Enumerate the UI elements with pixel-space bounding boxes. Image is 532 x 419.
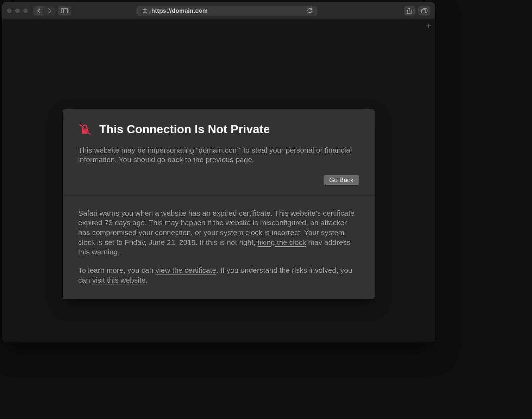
viewport: This Connection Is Not Private This webs… <box>2 20 435 343</box>
forward-button[interactable] <box>44 6 55 16</box>
insecure-lock-icon <box>78 123 92 136</box>
learn-text-post: . <box>145 276 148 284</box>
warning-title: This Connection Is Not Private <box>99 123 270 136</box>
chevron-right-icon <box>48 8 51 14</box>
browser-window: https://domain.com <box>2 2 435 343</box>
minimize-window-button[interactable] <box>15 8 20 13</box>
plus-icon <box>426 23 431 28</box>
toolbar: https://domain.com <box>2 2 435 20</box>
share-icon <box>407 8 412 14</box>
site-insecure-icon <box>142 8 148 14</box>
tabs-icon <box>421 8 427 13</box>
share-button[interactable] <box>404 6 415 16</box>
fix-clock-link[interactable]: fixing the clock <box>258 238 306 246</box>
warning-summary: This website may be impersonating “domai… <box>78 145 359 165</box>
reload-icon <box>307 8 313 14</box>
address-bar[interactable]: https://domain.com <box>137 6 317 16</box>
window-controls <box>7 8 28 13</box>
learn-text-pre: To learn more, you can <box>78 266 155 274</box>
chevron-left-icon <box>37 8 40 14</box>
zoom-window-button[interactable] <box>23 8 28 13</box>
nav-back-forward <box>33 6 55 16</box>
svg-rect-3 <box>421 10 426 13</box>
address-url: https://domain.com <box>151 7 303 14</box>
new-tab-button[interactable] <box>425 22 432 30</box>
view-certificate-link[interactable]: view the certificate <box>155 266 216 274</box>
sidebar-icon <box>61 8 68 13</box>
reload-button[interactable] <box>307 8 313 14</box>
warning-card: This Connection Is Not Private This webs… <box>63 109 375 299</box>
toolbar-right <box>404 6 430 16</box>
warning-details: Safari warns you when a website has an e… <box>63 196 375 299</box>
svg-rect-0 <box>61 8 68 13</box>
visit-website-link[interactable]: visit this website <box>92 276 146 284</box>
close-window-button[interactable] <box>7 8 12 13</box>
back-button[interactable] <box>33 6 44 16</box>
tabs-button[interactable] <box>418 6 430 16</box>
sidebar-button[interactable] <box>58 6 71 16</box>
go-back-button[interactable]: Go Back <box>324 175 359 185</box>
